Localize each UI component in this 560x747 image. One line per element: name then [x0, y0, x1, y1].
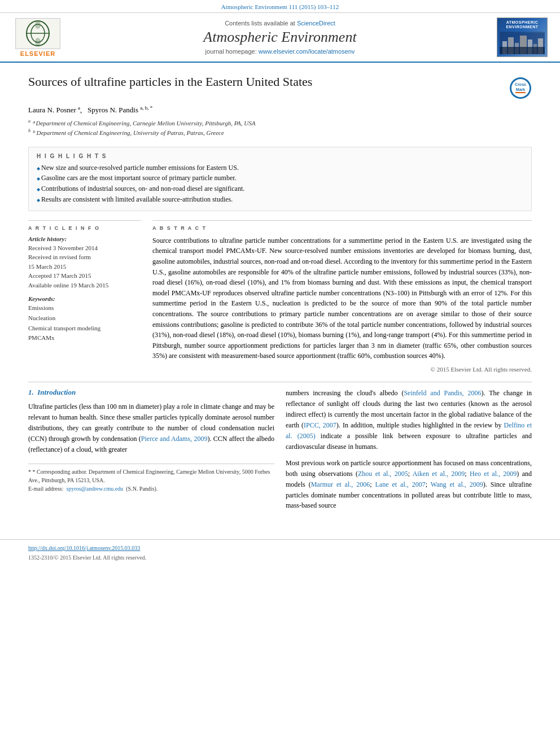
- ref-lane[interactable]: Lane et al., 2007: [375, 480, 426, 488]
- section-number: 1.: [28, 388, 34, 396]
- available-date: Available online 19 March 2015: [28, 281, 141, 290]
- crossmark-badge[interactable]: Cross Mark: [509, 77, 532, 99]
- highlight-item: Results are consistent with limited avai…: [37, 194, 523, 205]
- highlights-list: New size and source-resolved particle nu…: [37, 163, 523, 205]
- history-group: Article history: Received 3 November 201…: [28, 235, 141, 290]
- journal-header-center: Contents lists available at ScienceDirec…: [75, 20, 485, 55]
- issn-line: 1352-2310/© 2015 Elsevier Ltd. All right…: [28, 554, 532, 561]
- citation-bar: Atmospheric Environment 111 (2015) 103–1…: [0, 0, 560, 13]
- intro-right-col: numbers increasing the cloud's albedo (S…: [286, 388, 532, 517]
- science-direct-link[interactable]: ScienceDirect: [297, 20, 335, 27]
- ref-zhou[interactable]: Zhou et al., 2005: [358, 470, 408, 478]
- svg-point-5: [35, 38, 41, 46]
- homepage-link[interactable]: www.elsevier.com/locate/atmosenv: [259, 48, 355, 55]
- highlight-item: Gasoline cars are the most important sou…: [37, 173, 523, 184]
- copyright-notice: © 2015 Elsevier Ltd. All rights reserved…: [152, 366, 532, 373]
- svg-text:Mark: Mark: [516, 88, 525, 91]
- footer-doi-line: http://dx.doi.org/10.1016/j.atmosenv.201…: [28, 544, 532, 552]
- cover-journal-title: ATMOSPHERICENVIRONMENT: [506, 20, 538, 30]
- keyword-item: Chemical transport modeling: [28, 324, 141, 334]
- journal-cover-area: ATMOSPHERICENVIRONMENT: [491, 18, 553, 57]
- section-divider: [28, 382, 532, 382]
- elsevier-brand-name: ELSEVIER: [20, 50, 55, 57]
- ref-seinfeld[interactable]: Seinfeld and Pandis, 2006: [404, 389, 481, 397]
- intro-left-col: 1. Introduction Ultrafine particles (les…: [28, 388, 274, 517]
- footnote-email-link[interactable]: spyros@andrew.cmu.edu: [66, 486, 123, 492]
- history-content: Received 3 November 2014 Received in rev…: [28, 243, 141, 290]
- author-posner: Laura N. Posner a,: [28, 106, 86, 114]
- ref-marmur[interactable]: Marmur et al., 2006: [311, 480, 370, 488]
- highlights-label: H I G H L I G H T S: [37, 153, 523, 159]
- elsevier-svg: [17, 19, 59, 47]
- keyword-item: Nucleation: [28, 313, 141, 324]
- intro-right-text-2: Most previous work on particle source ap…: [286, 458, 532, 512]
- footnote-star: * * Corresponding author. Department of …: [28, 468, 274, 484]
- article-info-panel: A R T I C L E I N F O Article history: R…: [28, 220, 141, 373]
- page-footer: http://dx.doi.org/10.1016/j.atmosenv.201…: [0, 539, 560, 565]
- highlights-section: H I G H L I G H T S New size and source-…: [28, 147, 532, 211]
- intro-section-heading: 1. Introduction: [28, 388, 274, 397]
- affiliation-b: b ᵇ Department of Chemical Engineering, …: [28, 128, 532, 137]
- svg-point-4: [35, 21, 41, 29]
- journal-header: ELSEVIER Contents lists available at Sci…: [0, 13, 560, 63]
- affiliation-a: a ᵃ Department of Chemical Engineering, …: [28, 118, 532, 128]
- accepted-date: Accepted 17 March 2015: [28, 271, 141, 281]
- abstract-panel: A B S T R A C T Source contributions to …: [152, 220, 532, 373]
- footnote-area: * * Corresponding author. Department of …: [28, 464, 274, 493]
- article-title: Sources of ultrafine particles in the Ea…: [28, 74, 504, 90]
- doi-link[interactable]: http://dx.doi.org/10.1016/j.atmosenv.201…: [28, 545, 140, 551]
- journal-homepage: journal homepage: www.elsevier.com/locat…: [75, 48, 485, 55]
- highlight-item: Contributions of industrial sources, on-…: [37, 184, 523, 194]
- history-label: Article history:: [28, 235, 141, 242]
- science-direct-info: Contents lists available at ScienceDirec…: [75, 20, 485, 27]
- highlight-item: New size and source-resolved particle nu…: [37, 163, 523, 173]
- svg-text:Cross: Cross: [515, 82, 526, 86]
- elsevier-logo: ELSEVIER: [15, 18, 60, 57]
- abstract-text: Source contributions to ultrafine partic…: [152, 235, 532, 361]
- homepage-label: journal homepage:: [205, 48, 259, 55]
- journal-cover-image: ATMOSPHERICENVIRONMENT: [497, 18, 548, 57]
- intro-left-text: Ultrafine particles (less than 100 nm in…: [28, 401, 274, 455]
- keywords-label: Keywords:: [28, 295, 141, 302]
- journal-title: Atmospheric Environment: [75, 29, 485, 46]
- keywords-list: Emissions Nucleation Chemical transport …: [28, 303, 141, 343]
- abstract-label: A B S T R A C T: [152, 225, 532, 231]
- ref-wang[interactable]: Wang et al., 2009: [431, 480, 483, 488]
- crossmark-svg: Cross Mark: [509, 77, 532, 99]
- elsevier-logo-area: ELSEVIER: [7, 18, 69, 57]
- intro-right-text-1: numbers increasing the cloud's albedo (S…: [286, 388, 532, 452]
- received-date: Received 3 November 2014: [28, 243, 141, 253]
- affiliations: a ᵃ Department of Chemical Engineering, …: [28, 118, 532, 137]
- footnote-email: E-mail address: spyros@andrew.cmu.edu (S…: [28, 484, 274, 493]
- ref-aiken[interactable]: Aiken et al., 2009: [413, 470, 465, 478]
- cover-cityscape-svg: [500, 33, 545, 54]
- info-abstract-section: A R T I C L E I N F O Article history: R…: [28, 220, 532, 373]
- article-title-section: Sources of ultrafine particles in the Ea…: [28, 74, 532, 99]
- contents-text: Contents lists available at: [225, 20, 297, 27]
- keyword-item: PMCAMx: [28, 333, 141, 343]
- main-content: Sources of ultrafine particles in the Ea…: [0, 63, 560, 528]
- ref-pierce-adams[interactable]: Pierce and Adams, 2009: [141, 435, 208, 443]
- citation-text: Atmospheric Environment 111 (2015) 103–1…: [221, 3, 339, 10]
- keywords-group: Keywords: Emissions Nucleation Chemical …: [28, 295, 141, 343]
- article-info-label: A R T I C L E I N F O: [28, 225, 141, 231]
- elsevier-logo-graphic: [15, 18, 60, 49]
- ref-heo[interactable]: Heo et al., 2009: [470, 470, 517, 478]
- authors-line: Laura N. Posner a, Spyros N. Pandis a, b…: [28, 105, 532, 115]
- keyword-item: Emissions: [28, 303, 141, 313]
- revised-date: Received in revised form15 March 2015: [28, 252, 141, 271]
- section-title: Introduction: [37, 388, 76, 396]
- cover-image-area: [500, 32, 545, 54]
- svg-rect-14: [500, 47, 545, 54]
- introduction-section: 1. Introduction Ultrafine particles (les…: [28, 388, 532, 517]
- author-pandis: Spyros N. Pandis a, b, *: [88, 106, 152, 114]
- ref-ipcc[interactable]: IPCC, 2007: [304, 421, 336, 429]
